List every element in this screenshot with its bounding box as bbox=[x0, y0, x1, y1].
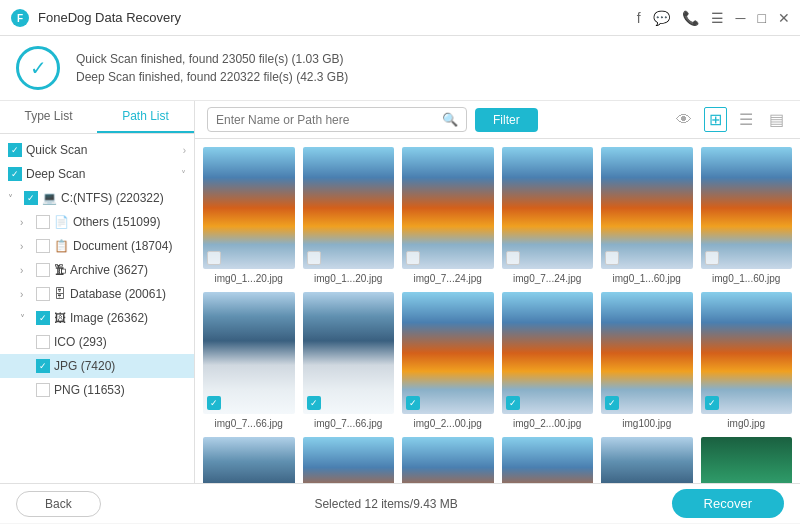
quick-scan-status: Quick Scan finished, found 23050 file(s)… bbox=[76, 52, 348, 66]
tree-others[interactable]: › 📄 Others (151099) bbox=[0, 210, 194, 234]
tab-type-list[interactable]: Type List bbox=[0, 101, 97, 133]
grid-item-image: ✓ bbox=[402, 437, 494, 483]
grid-item[interactable]: ✓img0_2...00.jpg bbox=[502, 292, 594, 429]
tab-path-list[interactable]: Path List bbox=[97, 101, 194, 133]
grid-item[interactable]: ✓img0_2...40.jpg bbox=[402, 437, 494, 483]
content-area: 🔍 Filter 👁 ⊞ ☰ ▤ img0_1...20.jpgimg0_1..… bbox=[195, 101, 800, 483]
grid-item[interactable]: ✓img0_7...66.jpg bbox=[203, 292, 295, 429]
others-icon: 📄 bbox=[54, 215, 69, 229]
deep-scan-check[interactable]: ✓ bbox=[8, 167, 22, 181]
facebook-icon[interactable]: f bbox=[637, 10, 641, 26]
tree-c-drive[interactable]: ˅ ✓ 💻 C:(NTFS) (220322) bbox=[0, 186, 194, 210]
grid-item[interactable]: ✓img102.jpg bbox=[601, 437, 693, 483]
grid-item[interactable]: img0_1...20.jpg bbox=[203, 147, 295, 284]
minimize-icon[interactable]: ─ bbox=[736, 10, 746, 26]
grid-item[interactable]: ✓img0_7...66.jpg bbox=[303, 292, 395, 429]
phone-icon[interactable]: 📞 bbox=[682, 10, 699, 26]
others-label: Others (151099) bbox=[73, 215, 186, 229]
deep-scan-label: Deep Scan bbox=[26, 167, 181, 181]
grid-item[interactable]: img0_7...24.jpg bbox=[502, 147, 594, 284]
grid-item-checkbox[interactable] bbox=[307, 251, 321, 265]
back-button[interactable]: Back bbox=[16, 491, 101, 517]
jpg-check[interactable]: ✓ bbox=[36, 359, 50, 373]
grid-item[interactable]: ✓img0_2...00.jpg bbox=[402, 292, 494, 429]
grid-item[interactable]: img0_1...60.jpg bbox=[701, 147, 793, 284]
footer: Back Selected 12 items/9.43 MB Recover bbox=[0, 483, 800, 523]
tree-database[interactable]: › 🗄 Database (20061) bbox=[0, 282, 194, 306]
grid-item-image bbox=[402, 147, 494, 269]
tree-document[interactable]: › 📋 Document (18704) bbox=[0, 234, 194, 258]
tree-archive[interactable]: › 🗜 Archive (3627) bbox=[0, 258, 194, 282]
c-drive-label: C:(NTFS) (220322) bbox=[61, 191, 186, 205]
filter-button[interactable]: Filter bbox=[475, 108, 538, 132]
title-bar-controls: f 💬 📞 ☰ ─ □ ✕ bbox=[637, 10, 790, 26]
grid-item-checkbox[interactable] bbox=[705, 251, 719, 265]
grid-item[interactable]: ✓img0_2...40.jpg bbox=[502, 437, 594, 483]
jpg-label: JPG (7420) bbox=[54, 359, 186, 373]
archive-check[interactable] bbox=[36, 263, 50, 277]
grid-item-image: ✓ bbox=[303, 292, 395, 414]
document-check[interactable] bbox=[36, 239, 50, 253]
ico-check[interactable] bbox=[36, 335, 50, 349]
grid-item-checkbox[interactable]: ✓ bbox=[705, 396, 719, 410]
list-view-icon[interactable]: ☰ bbox=[735, 108, 757, 131]
sidebar-tree: ✓ Quick Scan › ✓ Deep Scan ˅ ˅ ✓ 💻 C:(NT… bbox=[0, 134, 194, 483]
tree-quick-scan[interactable]: ✓ Quick Scan › bbox=[0, 138, 194, 162]
image-label: Image (26362) bbox=[70, 311, 186, 325]
quick-scan-check[interactable]: ✓ bbox=[8, 143, 22, 157]
grid-item-checkbox[interactable]: ✓ bbox=[605, 396, 619, 410]
quick-scan-label: Quick Scan bbox=[26, 143, 183, 157]
grid-item-label: img0_1...20.jpg bbox=[203, 273, 295, 284]
grid-item[interactable]: ✓img100.jpg bbox=[601, 292, 693, 429]
grid-item[interactable]: ✓img100.jpg bbox=[303, 437, 395, 483]
database-check[interactable] bbox=[36, 287, 50, 301]
grid-item-image: ✓ bbox=[701, 292, 793, 414]
chat-icon[interactable]: 💬 bbox=[653, 10, 670, 26]
grid-item-checkbox[interactable] bbox=[605, 251, 619, 265]
toolbar-right: 👁 ⊞ ☰ ▤ bbox=[672, 107, 788, 132]
grid-item-checkbox[interactable]: ✓ bbox=[506, 396, 520, 410]
png-check[interactable] bbox=[36, 383, 50, 397]
maximize-icon[interactable]: □ bbox=[758, 10, 766, 26]
database-icon: 🗄 bbox=[54, 287, 66, 301]
header: ✓ Quick Scan finished, found 23050 file(… bbox=[0, 36, 800, 101]
grid-item[interactable]: img0_1...60.jpg bbox=[601, 147, 693, 284]
others-arrow: › bbox=[20, 217, 32, 228]
recover-button[interactable]: Recover bbox=[672, 489, 784, 518]
grid-item[interactable]: ✓img2.jpg bbox=[701, 437, 793, 483]
grid-item[interactable]: img0_1...20.jpg bbox=[303, 147, 395, 284]
grid-item-checkbox[interactable] bbox=[207, 251, 221, 265]
menu-icon[interactable]: ☰ bbox=[711, 10, 724, 26]
search-input[interactable] bbox=[216, 113, 442, 127]
tree-ico[interactable]: ICO (293) bbox=[0, 330, 194, 354]
search-box[interactable]: 🔍 bbox=[207, 107, 467, 132]
grid-view-icon[interactable]: ⊞ bbox=[704, 107, 727, 132]
grid-item-image: ✓ bbox=[601, 292, 693, 414]
grid-item[interactable]: ✓img0.jpg bbox=[203, 437, 295, 483]
grid-item-checkbox[interactable]: ✓ bbox=[207, 396, 221, 410]
search-icon: 🔍 bbox=[442, 112, 458, 127]
image-check[interactable]: ✓ bbox=[36, 311, 50, 325]
grid-item-checkbox[interactable]: ✓ bbox=[406, 396, 420, 410]
grid-item-image: ✓ bbox=[502, 292, 594, 414]
grid-item-checkbox[interactable] bbox=[406, 251, 420, 265]
others-check[interactable] bbox=[36, 215, 50, 229]
grid-item-image: ✓ bbox=[502, 437, 594, 483]
grid-item-image: ✓ bbox=[601, 437, 693, 483]
c-drive-check[interactable]: ✓ bbox=[24, 191, 38, 205]
tree-jpg[interactable]: ✓ JPG (7420) bbox=[0, 354, 194, 378]
close-icon[interactable]: ✕ bbox=[778, 10, 790, 26]
grid-item-checkbox[interactable] bbox=[506, 251, 520, 265]
grid-item-image bbox=[701, 147, 793, 269]
grid-item-checkbox[interactable]: ✓ bbox=[307, 396, 321, 410]
png-label: PNG (11653) bbox=[54, 383, 186, 397]
tree-deep-scan[interactable]: ✓ Deep Scan ˅ bbox=[0, 162, 194, 186]
grid-item[interactable]: ✓img0.jpg bbox=[701, 292, 793, 429]
detail-view-icon[interactable]: ▤ bbox=[765, 108, 788, 131]
grid-item[interactable]: img0_7...24.jpg bbox=[402, 147, 494, 284]
archive-arrow: › bbox=[20, 265, 32, 276]
eye-view-icon[interactable]: 👁 bbox=[672, 109, 696, 131]
toolbar: 🔍 Filter 👁 ⊞ ☰ ▤ bbox=[195, 101, 800, 139]
tree-image[interactable]: ˅ ✓ 🖼 Image (26362) bbox=[0, 306, 194, 330]
tree-png[interactable]: PNG (11653) bbox=[0, 378, 194, 402]
